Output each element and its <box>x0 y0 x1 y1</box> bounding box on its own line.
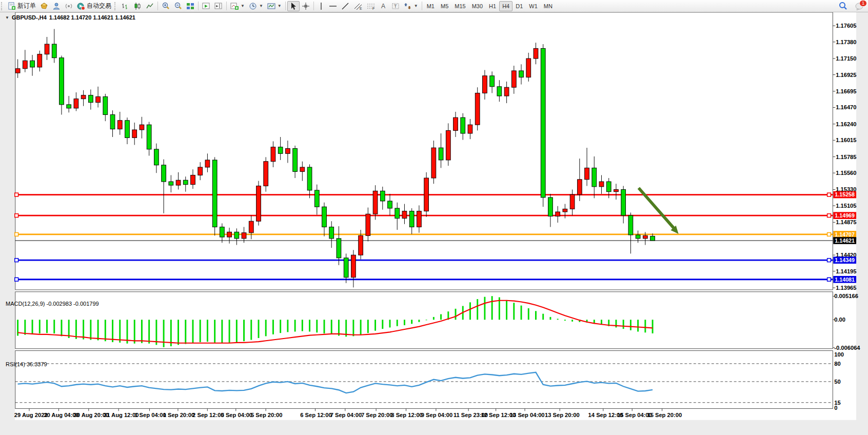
date-axis-label: 13 Sep 20:00 <box>545 412 580 418</box>
fibonacci-button[interactable]: F <box>365 1 378 11</box>
equidistant-channel-button[interactable]: E <box>351 1 365 11</box>
bearish-candle <box>621 189 626 215</box>
macd-histogram-bar <box>83 320 84 339</box>
line-chart-button[interactable] <box>144 1 156 11</box>
timeframe-w1-button[interactable]: W1 <box>526 1 541 11</box>
timeframe-m5-button[interactable]: M5 <box>438 1 451 11</box>
new-order-button[interactable]: 新订单 <box>6 1 38 11</box>
auto-scroll-button[interactable] <box>200 1 212 11</box>
line-anchor-handle[interactable] <box>827 214 831 218</box>
vertical-line-button[interactable] <box>315 1 327 11</box>
macd-histogram-bar <box>134 320 135 343</box>
chart-canvas[interactable]: 1.176051.173801.171501.169251.166951.164… <box>0 12 868 435</box>
macd-histogram-bar <box>338 320 340 335</box>
bullish-candle <box>249 221 253 232</box>
cursor-button[interactable] <box>287 1 300 11</box>
rsi-axis-label: 80 <box>834 361 840 367</box>
chart-window: 1.176051.173801.171501.169251.166951.164… <box>0 12 868 435</box>
tile-windows-button[interactable] <box>184 1 196 11</box>
svg-text:T: T <box>394 4 397 9</box>
macd-histogram-bar <box>141 320 143 343</box>
bearish-candle <box>636 235 640 239</box>
bar-chart-button[interactable] <box>119 1 131 11</box>
rsi-axis-label: 100 <box>834 351 844 358</box>
line-anchor-handle[interactable] <box>827 193 831 196</box>
date-axis-label: 5 Sep 20:00 <box>251 412 282 418</box>
market-button[interactable] <box>38 1 50 11</box>
chart-shift-button[interactable] <box>212 1 225 11</box>
macd-histogram-bar <box>382 320 383 329</box>
periods-button[interactable]: ▼ <box>247 1 265 11</box>
macd-histogram-bar <box>97 320 99 340</box>
templates-button[interactable]: ▼ <box>265 1 284 11</box>
profiles-button[interactable] <box>50 1 63 11</box>
bearish-candle <box>103 96 108 114</box>
timeframe-m30-button[interactable]: M30 <box>469 1 486 11</box>
price-axis-tick-label: 1.16925 <box>836 72 856 78</box>
bullish-candle <box>577 180 582 194</box>
auto-scroll-icon <box>202 2 210 10</box>
text-label-button[interactable]: T <box>389 1 402 11</box>
bullish-candle <box>614 189 619 191</box>
timeframe-h1-button[interactable]: H1 <box>486 1 499 11</box>
macd-histogram-bar <box>24 320 26 334</box>
bullish-candle <box>570 194 575 209</box>
crosshair-button[interactable] <box>300 1 312 11</box>
date-axis-label: 1 Sep 20:00 <box>163 412 194 418</box>
bearish-candle <box>234 232 239 239</box>
line-anchor-handle[interactable] <box>827 278 831 281</box>
bullish-candle <box>81 95 86 99</box>
macd-histogram-bar <box>360 320 362 334</box>
zoom-in-button[interactable] <box>160 1 172 11</box>
date-axis-label: 13 Sep 04:00 <box>510 412 545 418</box>
bearish-candle <box>337 239 341 258</box>
line-anchor-handle[interactable] <box>15 214 18 218</box>
macd-histogram-bar <box>374 320 376 330</box>
macd-histogram-bar <box>17 320 18 335</box>
macd-histogram-bar <box>637 320 639 331</box>
bullish-candle <box>45 44 49 54</box>
svg-text:A: A <box>381 3 385 10</box>
timeframe-d1-button[interactable]: D1 <box>512 1 526 11</box>
template-icon <box>267 2 275 10</box>
bearish-candle <box>212 160 217 227</box>
timeframe-m1-button[interactable]: M1 <box>424 1 438 11</box>
text-button[interactable]: A <box>378 1 389 11</box>
macd-histogram-bar <box>192 320 194 343</box>
line-anchor-handle[interactable] <box>827 233 831 236</box>
bullish-candle <box>300 167 305 171</box>
bullish-candle <box>15 69 20 73</box>
chat-icon[interactable]: 1 <box>855 2 864 10</box>
bullish-candle <box>431 148 436 178</box>
macd-histogram-bar <box>163 320 165 347</box>
line-anchor-handle[interactable] <box>15 259 18 262</box>
horizontal-line-button[interactable] <box>327 1 339 11</box>
bearish-candle <box>293 148 298 171</box>
bearish-candle <box>388 201 392 208</box>
date-axis-label: 7 Sep 04:00 <box>330 412 362 418</box>
line-anchor-handle[interactable] <box>827 259 831 262</box>
date-axis-label: 29 Aug 2022 <box>14 412 48 418</box>
autotrading-button[interactable]: 自动交易 <box>75 1 113 11</box>
line-anchor-handle[interactable] <box>15 193 18 196</box>
bearish-candle <box>60 58 64 105</box>
line-anchor-handle[interactable] <box>15 233 18 236</box>
candlestick-chart-button[interactable] <box>131 1 144 11</box>
timeframe-mn-button[interactable]: MN <box>541 1 556 11</box>
search-icon[interactable] <box>839 2 847 10</box>
zoom-out-button[interactable] <box>172 1 184 11</box>
timeframe-h4-button[interactable]: H4 <box>499 1 512 11</box>
indicators-button[interactable]: ▼ <box>228 1 247 11</box>
macd-histogram-bar <box>331 320 332 334</box>
bearish-candle <box>439 148 443 160</box>
timeframe-m15-button[interactable]: M15 <box>451 1 468 11</box>
signals-button[interactable] <box>63 1 75 11</box>
symbol-collapse-icon[interactable]: ▼ <box>5 15 9 20</box>
line-anchor-handle[interactable] <box>15 278 18 281</box>
ohlc-bars-icon <box>121 2 129 10</box>
horizontal-line-icon <box>329 2 337 10</box>
trendline-button[interactable] <box>339 1 351 11</box>
bearish-candle <box>380 191 385 201</box>
bullish-candle <box>417 211 422 227</box>
arrows-button[interactable]: ▼ <box>402 1 420 11</box>
